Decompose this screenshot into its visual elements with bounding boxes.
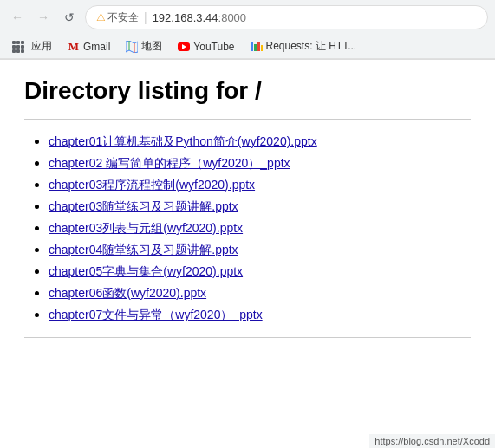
list-item: chapter03程序流程控制(wyf2020).pptx <box>49 177 471 193</box>
warning-triangle-icon: ⚠ <box>96 11 106 23</box>
reload-button[interactable]: ↺ <box>59 7 80 28</box>
svg-rect-4 <box>254 44 257 51</box>
requests-bookmark[interactable]: Requests: 让 HTT... <box>245 37 362 55</box>
file-link-1[interactable]: chapter02 编写简单的程序（wyf2020）_pptx <box>49 156 290 170</box>
requests-icon <box>251 41 263 53</box>
list-item: chapter03随堂练习及习题讲解.pptx <box>49 198 471 215</box>
security-warning-icon: ⚠ 不安全 <box>96 10 139 25</box>
apps-label: 应用 <box>31 39 52 54</box>
file-list: chapter01计算机基础及Python简介(wyf2020).pptx ch… <box>24 133 471 323</box>
bottom-divider <box>24 337 471 338</box>
file-link-2[interactable]: chapter03程序流程控制(wyf2020).pptx <box>49 178 255 192</box>
maps-bookmark[interactable]: 地图 <box>120 37 167 55</box>
gmail-bookmark[interactable]: M Gmail <box>62 39 115 55</box>
reload-icon: ↺ <box>64 10 75 24</box>
file-link-5[interactable]: chapter04随堂练习及习题讲解.pptx <box>49 243 238 256</box>
apps-grid-icon <box>12 41 24 53</box>
url-text: 192.168.3.44:8000 <box>153 11 246 24</box>
address-bar[interactable]: ⚠ 不安全 | 192.168.3.44:8000 <box>85 5 488 29</box>
list-item: chapter06函数(wyf2020).pptx <box>49 285 471 302</box>
gmail-icon: M <box>68 41 80 53</box>
status-url: https://blog.csdn.net/Xcodd <box>375 436 490 446</box>
security-label: 不安全 <box>107 10 139 25</box>
list-item: chapter05字典与集合(wyf2020).pptx <box>49 263 471 280</box>
top-divider <box>24 119 471 120</box>
youtube-bookmark[interactable]: YouTube <box>173 39 239 55</box>
maps-icon <box>126 41 138 53</box>
page-title: Directory listing for / <box>24 77 471 105</box>
svg-rect-5 <box>257 42 260 51</box>
bookmarks-bar: 应用 M Gmail 地图 <box>0 35 495 59</box>
file-link-8[interactable]: chapter07文件与异常（wyf2020）_pptx <box>49 308 263 321</box>
separator-pipe: | <box>144 10 147 24</box>
svg-rect-6 <box>261 45 263 51</box>
requests-label: Requests: 让 HTT... <box>266 39 357 54</box>
apps-bookmark[interactable]: 应用 <box>7 37 57 55</box>
file-link-7[interactable]: chapter06函数(wyf2020).pptx <box>49 286 206 300</box>
list-item: chapter02 编写简单的程序（wyf2020）_pptx <box>49 155 471 172</box>
forward-button[interactable]: → <box>33 7 54 28</box>
youtube-label: YouTube <box>193 41 234 53</box>
svg-rect-3 <box>251 42 253 51</box>
maps-label: 地图 <box>141 39 162 54</box>
forward-arrow-icon: → <box>37 10 49 24</box>
list-item: chapter07文件与异常（wyf2020）_pptx <box>49 307 471 323</box>
gmail-label: Gmail <box>83 41 110 53</box>
browser-window: ← → ↺ ⚠ 不安全 | 192.168.3.44:8000 <box>0 0 495 355</box>
back-arrow-icon: ← <box>11 10 23 24</box>
status-bar: https://blog.csdn.net/Xcodd <box>369 434 495 448</box>
list-item: chapter01计算机基础及Python简介(wyf2020).pptx <box>49 133 471 150</box>
youtube-icon <box>178 41 190 53</box>
browser-toolbar: ← → ↺ ⚠ 不安全 | 192.168.3.44:8000 <box>0 0 495 60</box>
page-body: Directory listing for / chapter01计算机基础及P… <box>0 60 495 355</box>
back-button[interactable]: ← <box>7 7 28 28</box>
file-link-6[interactable]: chapter05字典与集合(wyf2020).pptx <box>49 264 243 278</box>
list-item: chapter03列表与元组(wyf2020).pptx <box>49 220 471 237</box>
file-link-4[interactable]: chapter03列表与元组(wyf2020).pptx <box>49 221 243 235</box>
svg-marker-0 <box>126 41 138 53</box>
list-item: chapter04随堂练习及习题讲解.pptx <box>49 242 471 258</box>
file-link-0[interactable]: chapter01计算机基础及Python简介(wyf2020).pptx <box>49 134 317 148</box>
file-link-3[interactable]: chapter03随堂练习及习题讲解.pptx <box>49 199 238 213</box>
